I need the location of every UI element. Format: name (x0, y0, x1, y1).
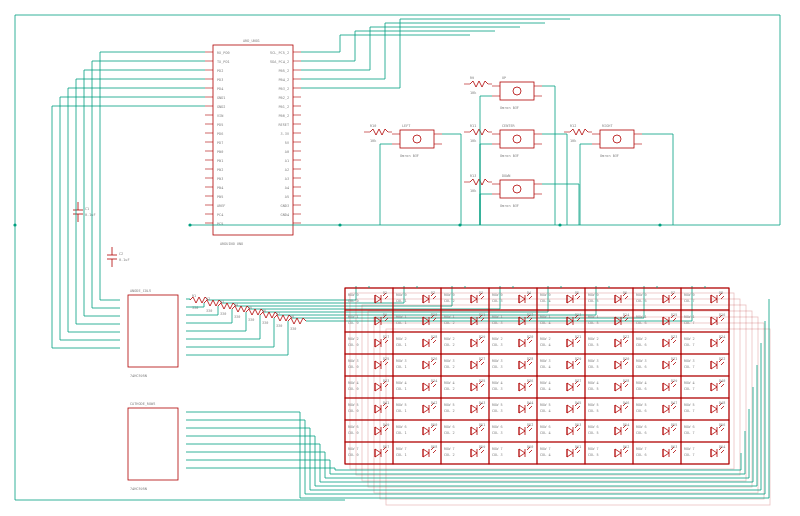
led-ref: D3 (479, 291, 483, 295)
mcu-pin: PD3 (217, 78, 223, 82)
led-col-label: COL 7 (684, 387, 695, 391)
led-ref: D28 (527, 357, 533, 361)
led-row-label: ROW 6 (684, 425, 695, 429)
svg-rect-49 (400, 130, 434, 148)
led-row-label: ROW 0 (396, 293, 407, 297)
led-ref: D48 (719, 401, 725, 405)
led-col-label: COL 2 (444, 299, 455, 303)
mcu-pin: VIN (217, 114, 223, 118)
svg-point-303 (13, 223, 16, 226)
led-ref: D46 (623, 401, 629, 405)
mcu-pin: PB4 (217, 186, 223, 190)
led-ref: D43 (479, 401, 485, 405)
switch-center: CENTER Omron B3F (492, 124, 542, 158)
led-col-label: COL 1 (396, 387, 407, 391)
led-ref: D1 (383, 291, 387, 295)
mcu-footer: ARDUINO UNO (220, 242, 243, 246)
led-row-label: ROW 3 (348, 359, 359, 363)
led-col-label: COL 1 (396, 431, 407, 435)
arduino-uno: ARD_UNO1 ARDUINO UNO RX_PD0TX_PD1PD2PD3P… (205, 39, 301, 246)
led-ref: D25 (383, 357, 389, 361)
mcu-pin: A4 (285, 186, 289, 190)
led-row-label: ROW 6 (444, 425, 455, 429)
led-ref: D49 (383, 423, 389, 427)
svg-rect-231 (386, 329, 770, 505)
led-row-label: ROW 1 (636, 315, 647, 319)
mcu-pin: GND4 (281, 213, 289, 217)
svg-text:LEFT: LEFT (402, 124, 411, 128)
svg-text:R7: R7 (276, 312, 280, 316)
led-ref: D56 (719, 423, 725, 427)
mcu-pin: PB2 (217, 168, 223, 172)
resistor-R11: R1110k (464, 124, 492, 143)
led-ref: D59 (479, 445, 485, 449)
led-row-label: ROW 4 (540, 381, 551, 385)
led-col-label: COL 2 (444, 387, 455, 391)
resistor-R9: R910k (464, 76, 492, 95)
led-ref: D44 (527, 401, 533, 405)
led-col-label: COL 0 (348, 299, 359, 303)
led-ref: D8 (719, 291, 723, 295)
led-row-label: ROW 4 (636, 381, 647, 385)
led-col-label: COL 4 (540, 321, 551, 325)
led-ref: D55 (671, 423, 677, 427)
svg-point-305 (338, 223, 341, 226)
led-col-label: COL 6 (636, 453, 647, 457)
svg-point-58 (513, 135, 521, 143)
svg-text:R12: R12 (570, 124, 576, 128)
led-col-label: COL 6 (636, 409, 647, 413)
svg-text:0.1uF: 0.1uF (85, 213, 96, 217)
svg-text:330: 330 (262, 321, 268, 325)
led-row-label: ROW 6 (492, 425, 503, 429)
mcu-pin: SCL_PC5_2 (270, 51, 289, 55)
led-col-label: COL 3 (492, 431, 503, 435)
led-row-label: ROW 1 (684, 315, 695, 319)
led-row-label: ROW 2 (444, 337, 455, 341)
led-ref: D29 (575, 357, 581, 361)
mcu-pin: GND1 (217, 96, 225, 100)
led-row-label: ROW 5 (492, 403, 503, 407)
svg-rect-232 (380, 323, 764, 499)
led-row-label: ROW 4 (684, 381, 695, 385)
resistor-R3: R3330 (186, 286, 452, 316)
led-col-label: COL 7 (684, 299, 695, 303)
mcu-pin: GND2 (217, 105, 225, 109)
svg-text:10k: 10k (370, 139, 377, 143)
svg-text:330: 330 (290, 327, 296, 331)
svg-text:ANODE_COLS: ANODE_COLS (130, 289, 151, 293)
svg-rect-136 (128, 408, 178, 480)
led-col-label: COL 6 (636, 431, 647, 435)
svg-text:CENTER: CENTER (502, 124, 516, 128)
led-row-label: ROW 7 (396, 447, 407, 451)
mcu-pin: PB0_2 (278, 114, 289, 118)
mcu-pin: 5V (285, 141, 290, 145)
led-col-label: COL 0 (348, 431, 359, 435)
led-col-label: COL 2 (444, 343, 455, 347)
led-col-label: COL 1 (396, 453, 407, 457)
led-ref: D27 (479, 357, 485, 361)
led-ref: D26 (431, 357, 437, 361)
switch-left: LEFT Omron B3F (392, 124, 442, 158)
resistor-R10: R1010k (364, 124, 392, 143)
led-row-label: ROW 2 (588, 337, 599, 341)
led-row-label: ROW 5 (444, 403, 455, 407)
svg-text:74HC595N: 74HC595N (130, 374, 147, 378)
svg-text:R8: R8 (290, 315, 294, 319)
mcu-pin: PB3 (217, 177, 223, 181)
led-ref: D22 (623, 335, 629, 339)
led-col-label: COL 4 (540, 299, 551, 303)
led-ref: D13 (575, 313, 581, 317)
svg-point-306 (458, 223, 461, 226)
led-col-label: COL 0 (348, 387, 359, 391)
led-col-label: COL 2 (444, 409, 455, 413)
led-row-label: ROW 0 (684, 293, 695, 297)
led-row-label: ROW 2 (684, 337, 695, 341)
led-ref: D63 (671, 445, 677, 449)
led-row-label: ROW 2 (540, 337, 551, 341)
led-ref: D57 (383, 445, 389, 449)
svg-text:R4: R4 (234, 303, 238, 307)
led-row-label: ROW 7 (684, 447, 695, 451)
led-ref: D31 (671, 357, 677, 361)
svg-text:R1: R1 (192, 294, 196, 298)
mcu-pin: A2 (285, 168, 289, 172)
